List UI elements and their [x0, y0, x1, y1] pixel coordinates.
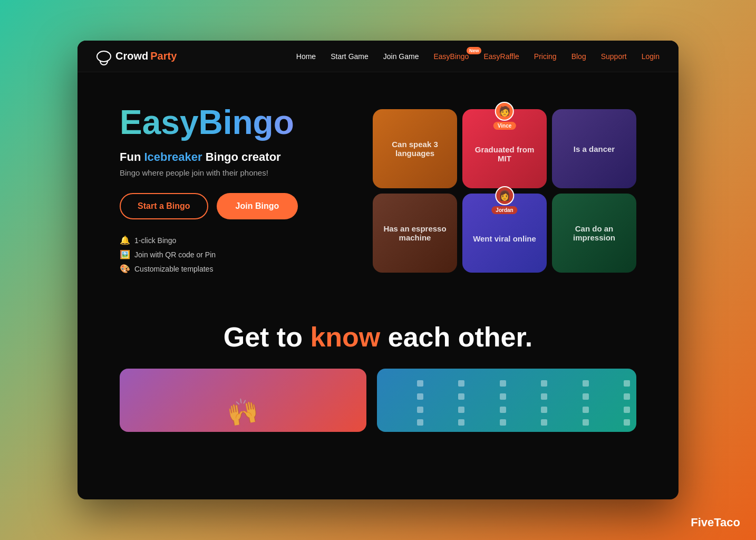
nav-easybingo-wrapper: EasyBingo New: [433, 52, 469, 61]
feature-templates-text: Customizable templates: [134, 265, 213, 273]
vince-avatar: 🧑: [495, 102, 514, 121]
feature-1click: 🔔 1-click Bingo: [120, 235, 341, 245]
bingo-card-3-text: Is a dancer: [574, 144, 615, 153]
bingo-card-6: Can do an impression: [552, 194, 636, 273]
bottom-card-left: 🙌: [120, 369, 366, 432]
hero-subtitle: Fun Icebreaker Bingo creator: [120, 150, 341, 164]
features-list: 🔔 1-click Bingo 🖼️ Join with QR code or …: [120, 235, 341, 274]
bingo-card-1: Can speak 3 languages: [373, 109, 457, 188]
nav-join-game[interactable]: Join Game: [383, 52, 419, 61]
bingo-card-3: Is a dancer: [552, 109, 636, 188]
grid-dot: [500, 419, 506, 426]
subtitle-rest: Bingo creator: [202, 150, 281, 163]
bottom-title-start: Get to: [224, 322, 311, 352]
subtitle-icebreaker: Icebreaker: [144, 150, 202, 163]
nav-easybingo[interactable]: EasyBingo: [433, 52, 469, 61]
grid-dot: [541, 393, 547, 400]
nav-support[interactable]: Support: [601, 52, 627, 61]
logo-crowd: Crowd: [115, 50, 148, 62]
jordan-avatar: 👩: [495, 186, 514, 205]
grid-dot: [500, 393, 506, 400]
grid-dot: [541, 407, 547, 413]
grid-dot: [583, 380, 589, 387]
nav-start-game[interactable]: Start Game: [331, 52, 369, 61]
hand-icon: 🙌: [225, 395, 261, 430]
grid-dot: [624, 380, 630, 387]
feature-1click-text: 1-click Bingo: [134, 236, 176, 245]
bottom-title-end: each other.: [380, 322, 532, 352]
nav-links: Home Start Game Join Game EasyBingo New …: [296, 52, 660, 61]
bingo-card-2: 🧑 Vince Graduated from MIT: [462, 109, 547, 188]
bottom-title-know: know: [310, 322, 380, 352]
bingo-card-5: 👩 Jordan Went viral online: [462, 194, 547, 273]
grid-dot: [458, 380, 464, 387]
navigation: CrowdParty Home Start Game Join Game Eas…: [77, 41, 679, 72]
grid-dot: [458, 407, 464, 413]
bingo-card-4-text: Has an espresso machine: [381, 224, 449, 242]
browser-window: CrowdParty Home Start Game Join Game Eas…: [77, 41, 679, 499]
bottom-card-right: [377, 369, 636, 432]
start-bingo-button[interactable]: Start a Bingo: [120, 193, 208, 219]
feature-templates: 🎨 Customizable templates: [120, 264, 341, 274]
nav-blog[interactable]: Blog: [571, 52, 586, 61]
feature-qr: 🖼️ Join with QR code or Pin: [120, 249, 341, 259]
grid-dot: [458, 419, 464, 426]
hero-desc: Bingo where people join with their phone…: [120, 168, 341, 177]
new-badge: New: [467, 47, 482, 54]
bottom-section: Get to know each other. 🙌: [77, 295, 679, 448]
subtitle-fun: Fun: [120, 150, 144, 163]
main-content: EasyBingo Fun Icebreaker Bingo creator B…: [77, 72, 679, 499]
hero-left: EasyBingo Fun Icebreaker Bingo creator B…: [120, 104, 341, 274]
feature-qr-text: Join with QR code or Pin: [134, 250, 216, 259]
bingo-grid: Can speak 3 languages 🧑 Vince Graduated …: [373, 104, 636, 273]
grid-dot: [624, 419, 630, 426]
feature-1click-icon: 🔔: [120, 235, 130, 245]
jordan-name: Jordan: [491, 206, 517, 214]
bingo-card-4: Has an espresso machine: [373, 194, 457, 273]
grid-dot: [500, 380, 506, 387]
nav-pricing[interactable]: Pricing: [534, 52, 557, 61]
join-bingo-button[interactable]: Join Bingo: [217, 193, 298, 219]
vince-avatar-badge: 🧑 Vince: [493, 102, 516, 130]
hero-section: EasyBingo Fun Icebreaker Bingo creator B…: [77, 72, 679, 295]
bingo-card-1-text: Can speak 3 languages: [381, 140, 449, 158]
nav-easyraffle[interactable]: EasyRaffle: [483, 52, 519, 61]
grid-dot: [417, 393, 423, 400]
feature-templates-icon: 🎨: [120, 264, 130, 274]
bottom-cards: 🙌: [120, 369, 636, 432]
grid-dot: [624, 407, 630, 413]
grid-dot: [417, 407, 423, 413]
grid-dot: [541, 380, 547, 387]
hero-title: EasyBingo: [120, 104, 341, 141]
logo-party: Party: [150, 50, 177, 62]
jordan-avatar-badge: 👩 Jordan: [491, 186, 517, 214]
watermark: FiveTaco: [691, 516, 740, 529]
grid-dot: [541, 419, 547, 426]
grid-dot: [583, 393, 589, 400]
grid-dot: [624, 393, 630, 400]
bingo-card-5-text: Went viral online: [473, 234, 536, 243]
grid-dot: [583, 407, 589, 413]
grid-dot: [417, 380, 423, 387]
grid-dot: [500, 407, 506, 413]
bingo-card-6-text: Can do an impression: [560, 224, 628, 242]
grid-dot: [458, 393, 464, 400]
bingo-card-2-text: Graduated from MIT: [471, 145, 538, 163]
grid-dot: [417, 419, 423, 426]
hero-buttons: Start a Bingo Join Bingo: [120, 193, 341, 219]
vince-name: Vince: [493, 122, 516, 130]
bottom-title: Get to know each other.: [120, 321, 636, 353]
feature-qr-icon: 🖼️: [120, 249, 130, 259]
grid-dot: [583, 419, 589, 426]
logo[interactable]: CrowdParty: [96, 50, 177, 62]
nav-login[interactable]: Login: [642, 52, 660, 61]
nav-home[interactable]: Home: [296, 52, 316, 61]
